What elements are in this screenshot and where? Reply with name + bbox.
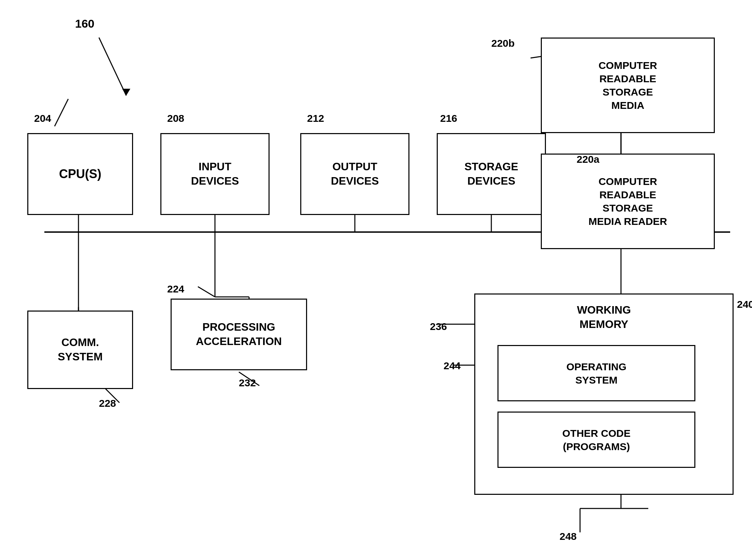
svg-marker-1 xyxy=(122,89,130,96)
working-memory-title: WORKINGMEMORY xyxy=(480,300,727,331)
output-devices-box: OUTPUTDEVICES xyxy=(300,133,409,215)
svg-line-27 xyxy=(55,99,68,126)
other-code-label: OTHER CODE(PROGRAMS) xyxy=(562,427,631,453)
output-devices-label: OUTPUTDEVICES xyxy=(331,160,379,188)
patent-diagram: 160 CPU(S) 204 INPUTDEVICES 208 OUTPUTDE… xyxy=(0,0,752,560)
processing-acceleration-box: PROCESSINGACCELERATION xyxy=(171,299,307,370)
svg-line-26 xyxy=(198,287,215,297)
working-memory-box: WORKINGMEMORY OPERATINGSYSTEM OTHER CODE… xyxy=(474,293,734,495)
storage-media-reader-label: COMPUTERREADABLESTORAGEMEDIA READER xyxy=(589,175,667,228)
comm-system-label: COMM.SYSTEM xyxy=(58,335,103,364)
cpu-box: CPU(S) xyxy=(27,133,133,215)
ref-212-label: 212 xyxy=(307,113,324,124)
storage-media-reader-box: COMPUTERREADABLESTORAGEMEDIA READER xyxy=(541,154,715,249)
processing-acceleration-label: PROCESSINGACCELERATION xyxy=(196,320,282,348)
comm-system-box: COMM.SYSTEM xyxy=(27,311,133,389)
cpu-label: CPU(S) xyxy=(59,166,101,182)
input-devices-box: INPUTDEVICES xyxy=(160,133,270,215)
storage-devices-box: STORAGEDEVICES xyxy=(437,133,546,215)
ref-216-label: 216 xyxy=(440,113,457,124)
svg-line-0 xyxy=(99,38,126,96)
ref-240-label: 240 xyxy=(737,299,752,310)
operating-system-label: OPERATINGSYSTEM xyxy=(566,360,626,387)
other-code-box: OTHER CODE(PROGRAMS) xyxy=(497,412,695,468)
ref-220b-label: 220b xyxy=(491,38,515,49)
ref-232-label: 232 xyxy=(239,377,256,389)
input-devices-label: INPUTDEVICES xyxy=(191,160,239,188)
operating-system-box: OPERATINGSYSTEM xyxy=(497,345,695,401)
storage-media-box: COMPUTERREADABLESTORAGEMEDIA xyxy=(541,38,715,133)
storage-media-label: COMPUTERREADABLESTORAGEMEDIA xyxy=(598,59,657,112)
storage-devices-label: STORAGEDEVICES xyxy=(464,160,518,188)
ref-236-label: 236 xyxy=(430,321,447,332)
ref-204-label: 204 xyxy=(34,113,51,124)
ref-208-label: 208 xyxy=(167,113,184,124)
ref-248-label: 248 xyxy=(560,531,577,542)
ref-220a-label: 220a xyxy=(577,154,599,165)
ref-228-label: 228 xyxy=(99,398,116,409)
ref-224-label: 224 xyxy=(167,283,184,295)
ref-160-label: 160 xyxy=(75,17,95,30)
ref-244-label: 244 xyxy=(444,360,461,372)
